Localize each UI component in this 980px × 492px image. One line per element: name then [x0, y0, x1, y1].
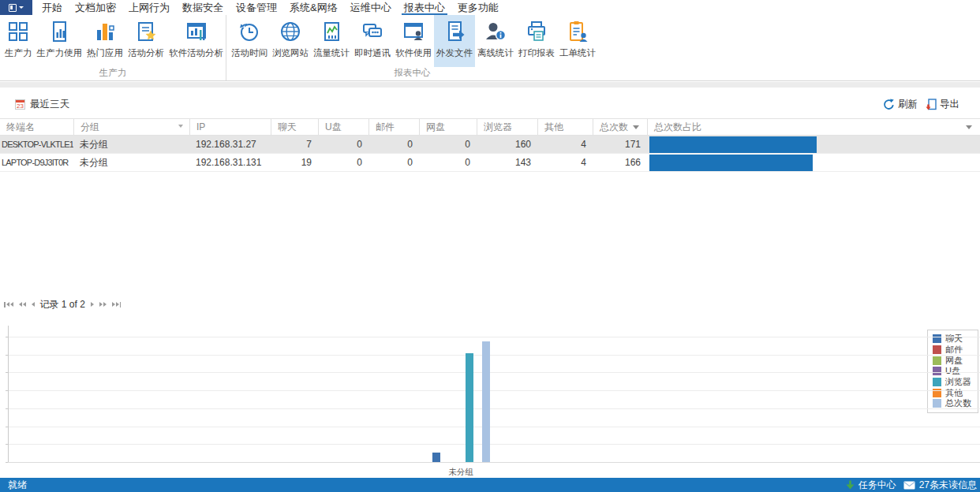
column-header-总次数[interactable]: 总次数 [593, 119, 647, 135]
column-header-IP[interactable]: IP [189, 119, 271, 135]
report-toolbar: 23 最近三天 刷新 导出 [0, 92, 980, 117]
legend-item: U盘 [933, 366, 978, 377]
column-header-分组[interactable]: 分组 [73, 119, 189, 135]
column-header-label: 聊天 [278, 121, 297, 134]
column-header-网盘[interactable]: 网盘 [419, 119, 477, 135]
export-label: 导出 [940, 98, 959, 111]
column-header-浏览器[interactable]: 浏览器 [477, 119, 537, 135]
fast-next-button[interactable] [99, 302, 107, 307]
refresh-button[interactable]: 刷新 [883, 98, 918, 111]
refresh-label: 刷新 [898, 98, 918, 111]
envelope-icon [903, 481, 915, 490]
column-header-label: IP [196, 121, 205, 132]
column-menu-icon[interactable] [966, 125, 972, 129]
ribbon: 生产力生产力使用热门应用活动分析软件活动分析生产力活动时间浏览网站流量统计即时通… [0, 15, 980, 81]
export-button[interactable]: 导出 [926, 98, 959, 111]
unread-messages-button[interactable]: 27条未读信息 [903, 479, 977, 492]
ribbon-button-生产力[interactable]: 生产力 [2, 15, 35, 67]
tab-3[interactable]: 上网行为 [122, 0, 176, 15]
column-header-label: 总次数 [600, 121, 628, 134]
chat-icon [361, 20, 384, 43]
ribbon-button-即时通讯[interactable]: 即时通讯 [352, 15, 393, 67]
app-menu-button[interactable] [0, 0, 32, 15]
table-row[interactable]: DESKTOP-VLKTLE1未分组192.168.31.27700016041… [0, 136, 980, 154]
table-row[interactable]: LAPTOP-D9J3IT0R未分组192.168.31.13119000143… [0, 154, 980, 172]
prev-page-button[interactable] [32, 302, 35, 307]
gridline [8, 427, 980, 427]
table-body: DESKTOP-VLKTLE1未分组192.168.31.27700016041… [0, 136, 980, 172]
ribbon-group-1: 生产力生产力使用热门应用活动分析软件活动分析生产力 [0, 15, 226, 80]
column-header-其他[interactable]: 其他 [537, 119, 593, 135]
cell: 7 [271, 136, 318, 153]
filter-icon[interactable] [178, 125, 183, 128]
column-header-聊天[interactable]: 聊天 [271, 119, 318, 135]
ribbon-button-label: 生产力 [5, 47, 32, 59]
column-header-邮件[interactable]: 邮件 [368, 119, 419, 135]
task-center-button[interactable]: 任务中心 [846, 479, 896, 492]
ribbon-button-外发文件[interactable]: 外发文件 [434, 15, 475, 67]
cell: DESKTOP-VLKTLE1 [0, 136, 73, 153]
last-page-button[interactable] [112, 302, 122, 308]
chart-legend: 聊天邮件网盘U盘浏览器其他总次数 [927, 330, 978, 413]
tab-7[interactable]: 运维中心 [344, 0, 398, 15]
chart-bar-聊天 [432, 453, 440, 462]
sort-desc-icon[interactable] [633, 125, 639, 129]
ribbon-button-热门应用[interactable]: 热门应用 [84, 15, 125, 67]
column-header-U盘[interactable]: U盘 [318, 119, 368, 135]
cell: 160 [477, 136, 537, 153]
first-page-button[interactable] [4, 302, 13, 308]
tab-2[interactable]: 文档加密 [69, 0, 122, 15]
date-range-label: 最近三天 [30, 98, 69, 111]
chart-bar-总次数 [482, 341, 490, 462]
column-header-终端名[interactable]: 终端名 [0, 119, 73, 135]
cell: 171 [593, 136, 647, 153]
column-header-总次数占比[interactable]: 总次数占比 [647, 119, 980, 135]
gridline [8, 372, 980, 373]
ribbon-button-流量统计[interactable]: 流量统计 [311, 15, 352, 67]
fast-prev-button[interactable] [19, 302, 26, 307]
tab-6[interactable]: 系统&网络 [283, 0, 344, 15]
bar-chart-icon [93, 20, 117, 43]
export-icon [926, 99, 937, 110]
app-window: 开始文档加密上网行为数据安全设备管理系统&网络运维中心报表中心更多功能 生产力生… [0, 0, 980, 492]
ribbon-button-工单统计[interactable]: 工单统计 [557, 15, 598, 67]
ribbon-button-label: 软件使用 [395, 47, 432, 59]
chart-bar-浏览器 [466, 353, 473, 462]
status-bar: 就绪 任务中心 27条未读信息 [0, 478, 980, 492]
date-range-button[interactable]: 23 最近三天 [15, 98, 69, 111]
ratio-bar [649, 136, 817, 153]
cell: LAPTOP-D9J3IT0R [0, 154, 73, 171]
tab-9[interactable]: 更多功能 [451, 0, 505, 15]
ribbon-button-活动时间[interactable]: 活动时间 [229, 15, 270, 67]
legend-item: 总次数 [933, 398, 978, 409]
ribbon-button-活动分析[interactable]: 活动分析 [125, 15, 166, 67]
legend-item: 浏览器 [933, 377, 978, 388]
legend-swatch [933, 345, 941, 354]
ribbon-button-打印报表[interactable]: 打印报表 [516, 15, 557, 67]
legend-item: 网盘 [933, 355, 978, 366]
next-page-button[interactable] [91, 302, 94, 307]
clock-icon [238, 20, 261, 43]
ribbon-button-离线统计[interactable]: 离线统计 [475, 15, 516, 67]
ribbon-button-软件活动分析[interactable]: 软件活动分析 [166, 15, 226, 67]
ribbon-button-软件使用[interactable]: 软件使用 [393, 15, 434, 67]
tab-8[interactable]: 报表中心 [398, 0, 451, 15]
ribbon-button-label: 生产力使用 [37, 47, 83, 59]
column-header-label: 网盘 [426, 121, 445, 134]
tab-1[interactable]: 开始 [36, 0, 69, 15]
tab-4[interactable]: 数据安全 [176, 0, 230, 15]
gridline [8, 462, 980, 463]
window-chart-icon [185, 20, 208, 43]
doc-star-icon [134, 20, 158, 43]
cell: 19 [271, 154, 318, 171]
ribbon-button-label: 外发文件 [436, 47, 473, 59]
ribbon-button-生产力使用[interactable]: 生产力使用 [35, 15, 85, 67]
gridline [8, 390, 980, 391]
legend-item: 邮件 [933, 345, 978, 356]
cell: 143 [477, 154, 537, 171]
ribbon-button-浏览网站[interactable]: 浏览网站 [270, 15, 311, 67]
tab-5[interactable]: 设备管理 [230, 0, 283, 15]
refresh-icon [883, 99, 895, 110]
ratio-cell [647, 136, 980, 153]
cell: 166 [593, 154, 647, 171]
